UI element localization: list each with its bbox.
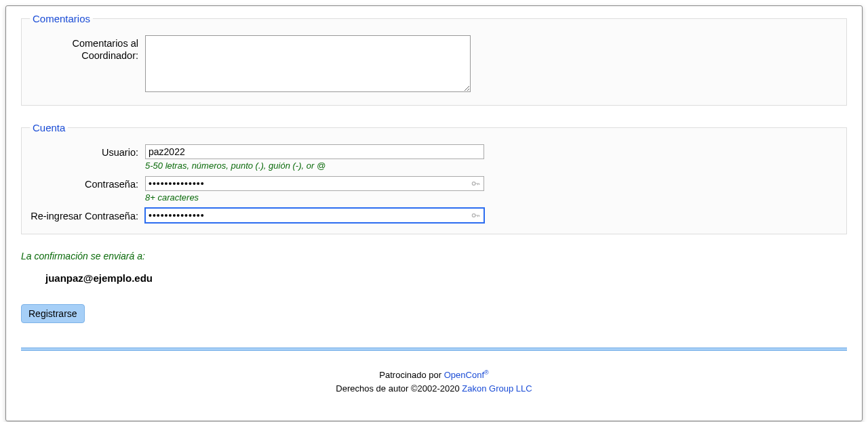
confirm-email: juanpaz@ejemplo.edu [45, 272, 847, 284]
password-row: Contraseña: 8+ caracteres [30, 176, 838, 203]
usuario-row: Usuario: 5-50 letras, números, punto (.)… [30, 144, 838, 171]
sponsored-prefix: Patrocinado por [379, 370, 443, 380]
submit-button[interactable]: Registrarse [21, 304, 85, 323]
openconf-link[interactable]: OpenConf [444, 370, 484, 380]
usuario-label: Usuario: [30, 144, 145, 159]
usuario-hint: 5-50 letras, números, punto (.), guión (… [145, 161, 838, 171]
password2-row: Re-ingresar Contraseña: [30, 208, 838, 223]
usuario-input[interactable] [145, 144, 484, 159]
footer: Patrocinado por OpenConf® Derechos de au… [21, 351, 847, 414]
zakon-link[interactable]: Zakon Group LLC [462, 383, 532, 394]
comentarios-legend: Comentarios [30, 13, 93, 24]
comentarios-fieldset: Comentarios Comentarios al Coordinador: [21, 13, 847, 106]
cuenta-fieldset: Cuenta Usuario: 5-50 letras, números, pu… [21, 122, 847, 234]
comentarios-row: Comentarios al Coordinador: [30, 35, 838, 94]
page-container: Comentarios Comentarios al Coordinador: … [5, 5, 863, 421]
comentarios-textarea[interactable] [145, 35, 471, 92]
password2-input[interactable] [145, 208, 484, 223]
password-hint: 8+ caracteres [145, 192, 838, 203]
copyright-prefix: Derechos de autor ©2002-2020 [336, 383, 462, 394]
cuenta-legend: Cuenta [30, 122, 68, 133]
confirm-text: La confirmación se enviará a: [21, 251, 847, 261]
password-input[interactable] [145, 176, 484, 191]
comentarios-label: Comentarios al Coordinador: [30, 35, 145, 62]
password2-label: Re-ingresar Contraseña: [30, 208, 145, 222]
registered-mark: ® [484, 369, 489, 376]
password-label: Contraseña: [30, 176, 145, 190]
